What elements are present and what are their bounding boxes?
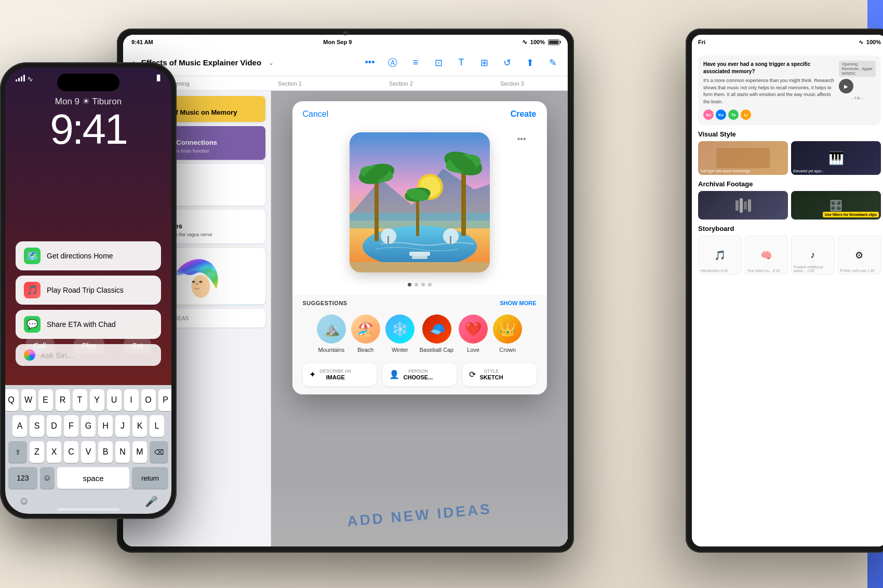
key-g[interactable]: G [81,415,96,437]
key-f[interactable]: F [64,415,78,437]
section-2[interactable]: Section 2 [345,80,457,87]
key-k[interactable]: K [132,415,147,437]
siri-suggestion-eta[interactable]: 💬 Share ETA with Chad [16,310,161,339]
dialog-cancel-button[interactable]: Cancel [303,110,329,119]
person-choose-button[interactable]: 👤 PERSON CHOOSE... [383,363,457,386]
dialog-dots-menu[interactable]: ••• [517,134,526,144]
key-numbers[interactable]: 123 [8,467,37,489]
key-delete[interactable]: ⌫ [150,441,168,463]
key-z[interactable]: Z [30,441,44,463]
key-t[interactable]: T [73,389,87,411]
title-chevron-icon[interactable]: ⌄ [269,59,274,66]
dialog-dot-3[interactable] [421,283,425,286]
ipad2-images-row: Soft light with warm furnishings 🎹 Eleva… [698,141,881,175]
ipad2-storyboard-frames: 🎵 Introduction 0:00 🧠 Your brain on... 0… [698,236,881,275]
iphone-screen: ∿ ▊ Mon 9 ☀ Tiburon 9:41 🗺️ Get directio… [5,67,171,514]
key-emoji[interactable]: ☺ [40,467,55,489]
chip-baseball-cap[interactable]: 🧢 Baseball Cap [420,314,453,353]
dialog-dot-2[interactable] [414,283,418,286]
toolbar-icon-edit[interactable]: ✎ [546,56,559,70]
key-return[interactable]: return [132,467,168,489]
dialog-create-button[interactable]: Create [511,110,537,119]
signal-strength-icon [16,75,25,81]
ipad-device: 9:41 AM Mon Sep 9 ∿ 100% ‹ Effects of Mu… [117,29,574,553]
dialog-dot-4[interactable] [428,283,432,286]
ipad-camera [343,31,347,35]
key-b[interactable]: B [98,441,113,463]
toolbar-icon-list[interactable]: ≡ [409,56,422,70]
key-p[interactable]: P [158,389,172,411]
key-i[interactable]: I [124,389,139,411]
ipad-toolbar[interactable]: ‹ Effects of Music Explainer Video ⌄ •••… [123,49,568,76]
style-sketch-text: STYLE SKETCH [480,368,503,381]
toolbar-icon-undo[interactable]: ↺ [500,56,514,70]
iphone-notch [57,74,119,91]
iphone-keyboard: Q W E R T Y U I O P A S D F G [5,385,171,514]
toolbar-icon-grid[interactable]: ⊞ [477,56,491,70]
ipad2-play-btn[interactable]: ▶ [839,79,853,93]
mic-icon[interactable]: 🎤 [145,495,158,508]
quick-action-play[interactable]: Play [74,337,104,354]
key-c[interactable]: C [64,441,78,463]
ipad2-img-caption2: Elevated yet appr... [793,169,824,173]
key-d[interactable]: D [47,415,61,437]
dialog-main-image [350,132,490,272]
key-q[interactable]: Q [5,389,19,411]
ipad-battery-text: 100% [530,39,545,45]
ipad-time: 9:41 AM [131,39,153,45]
key-u[interactable]: U [107,389,122,411]
key-o[interactable]: O [141,389,156,411]
ipad2-right-status: ∿ 100% [859,39,881,46]
chip-winter-icon: ❄️ [385,314,414,344]
chip-beach-icon: 🏖️ [351,314,380,344]
toolbar-icon-share[interactable]: ⬆ [523,56,537,70]
toolbar-icon-folder[interactable]: ⊡ [432,56,445,70]
chip-baseball-label: Baseball Cap [420,347,453,353]
dialog-show-more-button[interactable]: SHOW MORE [500,300,536,306]
dialog-dot-1[interactable] [408,283,411,286]
toolbar-icon-a[interactable]: Ⓐ [386,56,399,70]
toolbar-dots[interactable]: ••• [363,56,377,70]
chip-love-icon: ❤️ [459,314,488,344]
key-l[interactable]: L [150,415,164,437]
svg-point-2 [196,283,198,285]
key-s[interactable]: S [30,415,44,437]
key-e[interactable]: E [38,389,53,411]
toolbar-icon-text[interactable]: T [454,56,468,70]
key-a[interactable]: A [12,415,27,437]
key-h[interactable]: H [98,415,113,437]
frame4-icon: ⚙ [855,250,863,261]
key-r[interactable]: R [56,389,70,411]
key-shift[interactable]: ⇧ [8,441,27,463]
style-sketch-button[interactable]: ⟳ STYLE SKETCH [463,363,537,386]
chip-crown[interactable]: 👑 Crown [493,314,522,353]
key-space[interactable]: space [57,467,129,489]
chip-mountains[interactable]: ⛰️ Mountains [317,314,346,353]
chip-winter-label: Winter [392,347,408,353]
chip-love[interactable]: ❤️ Love [459,314,488,353]
key-j[interactable]: J [115,415,130,437]
chip-beach[interactable]: 🏖️ Beach [351,314,380,353]
key-n[interactable]: N [115,441,130,463]
frame2-icon: 🧠 [760,250,772,261]
person-choose-text: PERSON CHOOSE... [404,368,433,381]
key-w[interactable]: W [21,389,36,411]
emoji-keyboard-icon[interactable]: ☺ [19,495,29,508]
svg-point-1 [192,275,210,298]
key-x[interactable]: X [47,441,61,463]
siri-suggestion-directions[interactable]: 🗺️ Get directions Home [16,241,161,270]
key-m[interactable]: M [132,441,147,463]
ipad2-archival-title: Archival Footage [698,180,881,188]
key-y[interactable]: Y [90,389,104,411]
section-1[interactable]: Section 1 [234,80,345,87]
quick-action-call[interactable]: Call [25,337,55,354]
dialog-pagination-dots [292,283,547,295]
avatar-su: Su [703,110,714,120]
signal-bar-2 [18,78,20,81]
describe-image-button[interactable]: ✦ DESCRIBE AN IMAGE [303,363,377,386]
siri-suggestion-music[interactable]: 🎵 Play Road Trip Classics [16,276,161,305]
chip-winter[interactable]: ❄️ Winter [385,314,414,353]
key-v[interactable]: V [81,441,96,463]
quick-action-set[interactable]: Set [124,337,151,354]
section-3[interactable]: Section 3 [457,80,568,87]
